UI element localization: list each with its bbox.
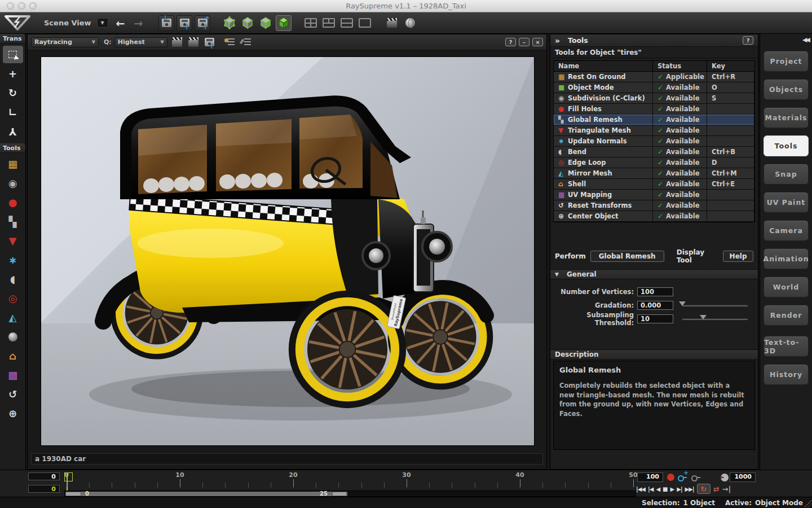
fill-holes-tool-button[interactable]: ● (3, 194, 23, 211)
global-remesh-tool-button[interactable]: ▚ (3, 213, 23, 230)
mirror-mesh-tool-button[interactable]: ◭ (3, 309, 23, 326)
next-frame-button[interactable]: ▶| (677, 486, 682, 492)
range-start-handle[interactable] (65, 492, 81, 496)
general-section-bar[interactable]: ▼ General (550, 269, 758, 279)
layout-quad-button[interactable] (303, 15, 319, 31)
sidebar-button-materials[interactable]: Materials (764, 107, 809, 128)
quality-dropdown[interactable]: Highest▼ (114, 37, 167, 47)
face-mode-button[interactable] (258, 15, 273, 31)
triangulate-mesh-tool-button[interactable]: ▼ (3, 232, 23, 249)
sphere-tool-button[interactable] (3, 328, 23, 345)
reset-transforms-tool-button[interactable]: ↺ (3, 386, 23, 403)
play-button[interactable]: ▶ (670, 486, 674, 492)
back-button[interactable]: ← (112, 17, 130, 29)
world-globe-icon[interactable] (402, 15, 418, 31)
center-object-tool-button[interactable]: ⊕ (3, 405, 23, 422)
play-reverse-button[interactable]: ◀ (656, 486, 660, 492)
forward-button[interactable]: → (130, 17, 148, 29)
tool-row-global-remesh[interactable]: ▚Global Remesh✓Available (554, 115, 754, 125)
loop-playback-button[interactable]: ↻ (697, 484, 710, 494)
remove-keyframe-icon[interactable] (691, 475, 700, 480)
subsampling-threshold-input[interactable]: 10 (637, 314, 673, 323)
uv-mapping-tool-button[interactable]: ▩ (3, 366, 23, 384)
vertex-mode-button[interactable] (222, 15, 237, 31)
shell-tool-button[interactable]: ⌂ (3, 347, 23, 365)
bend-tool-button[interactable]: ◖ (3, 270, 23, 288)
viewport-close-button[interactable]: × (532, 38, 543, 46)
sidebar-button-project[interactable]: Project (764, 51, 809, 72)
go-end-button[interactable]: ▶▶| (685, 486, 694, 492)
render-clapper-icon[interactable] (384, 15, 400, 31)
tool-row-shell[interactable]: ⌂Shell✓AvailableCtrl+E (554, 179, 754, 190)
play-once-button[interactable]: →| (722, 485, 731, 493)
tool-row-mirror-mesh[interactable]: ◭Mirror Mesh✓AvailableCtrl+M (554, 168, 754, 179)
tool-row-reset-transforms[interactable]: ↺Reset Transforms✓Available (554, 200, 754, 211)
range-end-handle[interactable] (332, 492, 347, 496)
rotate-tool-button[interactable]: ↻ (3, 84, 23, 102)
render-list-icon[interactable] (224, 36, 238, 49)
help-button[interactable]: Help (723, 251, 753, 262)
sidebar-button-world[interactable]: World (764, 277, 809, 297)
gradation-input[interactable]: 0.000 (637, 301, 673, 310)
load-scene-button[interactable]: ↑ (176, 15, 192, 31)
object-mode-button[interactable] (276, 15, 292, 31)
rest-on-ground-tool-button[interactable]: ▦ (3, 155, 23, 173)
sidebar-button-render[interactable]: Render (764, 305, 809, 326)
renderer-dropdown[interactable]: Raytracing▼ (31, 37, 99, 47)
record-icon[interactable] (667, 474, 674, 481)
viewport-3d-render[interactable]: BrandWorld RaySupreme (41, 57, 534, 445)
sidebar-button-animation[interactable]: Animation (764, 248, 809, 269)
timeline-range-bar[interactable]: 0 25 (64, 491, 636, 497)
tool-row-center-object[interactable]: ⊕Center Object✓Available (554, 211, 754, 222)
sidebar-button-uv-paint[interactable]: UV Paint (764, 192, 809, 213)
axis-tool-button[interactable]: Y (3, 122, 23, 140)
render-animation-icon[interactable] (187, 36, 200, 49)
add-keyframe-icon[interactable]: + (678, 475, 687, 480)
panel-help-button[interactable]: ? (743, 36, 753, 45)
go-start-button[interactable]: |◀◀ (636, 486, 645, 492)
sidebar-button-text-to-3d[interactable]: Text-to-3D (764, 336, 809, 357)
gradation-slider[interactable] (682, 305, 748, 306)
subsampling-threshold-slider[interactable] (682, 318, 748, 320)
tool-row-bend[interactable]: ◖Bend✓AvailableCtrl+B (554, 147, 754, 157)
number-of-vertices-input[interactable]: 100 (637, 287, 673, 296)
move-tool-button[interactable]: + (3, 65, 23, 82)
layout-rows-button[interactable] (339, 15, 355, 31)
panel-expand-icon[interactable]: » (555, 36, 560, 45)
tool-row-triangulate-mesh[interactable]: ▼Triangulate Mesh✓Available (554, 125, 754, 136)
sidebar-button-camera[interactable]: Camera (764, 220, 809, 241)
sidebar-button-tools[interactable]: Tools (764, 135, 809, 156)
layout-split-button[interactable] (321, 15, 337, 31)
tool-row-uv-mapping[interactable]: ▩UV Mapping✓Available (554, 190, 754, 200)
update-normals-tool-button[interactable]: ∗ (3, 251, 23, 269)
select-tool-button[interactable] (3, 46, 23, 63)
tool-row-rest-on-ground[interactable]: ▦Rest On Ground✓ApplicableCtrl+R (554, 72, 754, 82)
tool-row-object-mode[interactable]: ■Object Mode✓AvailableO (554, 82, 754, 93)
scene-caption-input[interactable]: a 1930AD car (31, 453, 543, 465)
render-settings-icon[interactable] (241, 36, 254, 49)
sidebar-button-history[interactable]: History (764, 364, 809, 385)
viewport-minimize-button[interactable]: – (519, 38, 529, 46)
timeline-ruler[interactable]: 01020304050 (64, 471, 635, 488)
tool-row-subdivision-c-clark[interactable]: ◉Subdivision (C-Clark)✓AvailableS (554, 93, 754, 104)
resize-grip[interactable] (804, 500, 811, 507)
sidebar-button-objects[interactable]: Objects (764, 79, 809, 100)
edge-mode-button[interactable] (240, 15, 255, 31)
end-frame-box[interactable]: 100 (637, 472, 663, 482)
save-render-icon[interactable]: ↑ (203, 36, 217, 49)
tool-row-edge-loop[interactable]: ◎Edge Loop✓AvailableD (554, 157, 754, 168)
stop-button[interactable]: ■ (663, 486, 667, 492)
frame-value-box[interactable]: 0 (28, 472, 60, 480)
render-image-icon[interactable] (170, 36, 184, 49)
prev-frame-button[interactable]: |◀ (648, 486, 653, 492)
perform-global-remesh-button[interactable]: Global Remesh (590, 251, 664, 262)
edge-loop-tool-button[interactable]: ◎ (3, 290, 23, 307)
collapse-sidebar-icon[interactable]: ◀◀ (802, 36, 809, 43)
scene-view-dropdown[interactable]: ▼ (97, 18, 108, 28)
tool-row-fill-holes[interactable]: ●Fill Holes✓Available (554, 104, 754, 115)
ping-pong-button[interactable]: ⇄ (713, 485, 720, 493)
subdivision-tool-button[interactable]: ◉ (3, 174, 23, 192)
layout-single-button[interactable] (357, 15, 373, 31)
save-scene-as-button[interactable]: ↑+ (195, 15, 210, 31)
sidebar-button-snap[interactable]: Snap (764, 164, 809, 185)
